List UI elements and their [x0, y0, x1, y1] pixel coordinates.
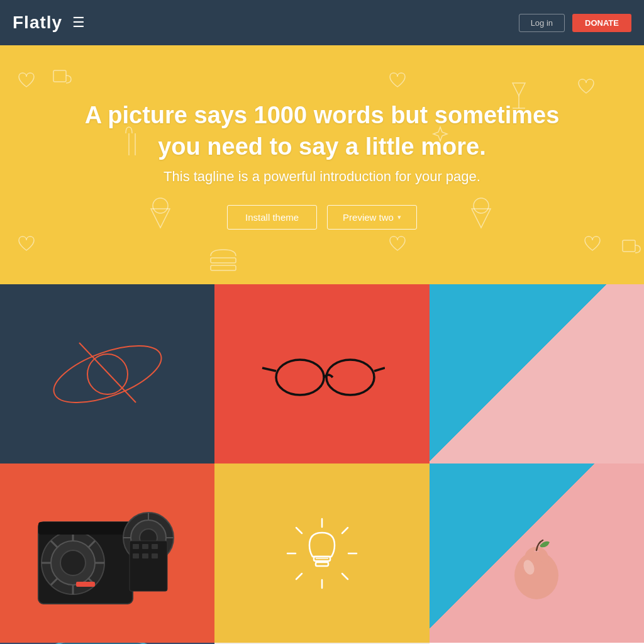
svg-rect-42	[133, 553, 139, 558]
svg-line-52	[296, 574, 302, 579]
svg-point-4	[153, 198, 168, 213]
svg-rect-1	[623, 240, 635, 252]
grid-cell-apple	[430, 464, 644, 643]
svg-point-14	[326, 360, 374, 395]
grid-cell-bluepink	[430, 284, 644, 464]
lightbulb-icon	[284, 516, 360, 591]
svg-point-13	[276, 360, 324, 395]
svg-rect-29	[38, 522, 133, 535]
svg-rect-6	[211, 258, 236, 263]
hero-decoration	[0, 45, 644, 284]
svg-rect-41	[152, 544, 158, 549]
svg-point-20	[60, 550, 86, 575]
film-reel-icon	[26, 484, 189, 623]
content-grid	[0, 284, 644, 644]
preview-two-button[interactable]: Preview two ▾	[327, 205, 417, 230]
svg-rect-39	[133, 544, 139, 549]
hero-section: A picture says 1000 words but sometimes …	[0, 45, 644, 284]
svg-rect-43	[142, 553, 148, 558]
glasses-icon	[259, 336, 385, 412]
hero-tagline: This tagline is a powerful introduction …	[164, 169, 480, 185]
svg-rect-7	[211, 265, 236, 270]
planet-icon	[45, 311, 170, 437]
grid-cell-filmreel	[0, 464, 214, 643]
brand-title: Flatly	[13, 13, 62, 33]
hero-headline: A picture says 1000 words but sometimes …	[70, 100, 574, 162]
svg-line-15	[262, 368, 276, 371]
donate-button[interactable]: DONATE	[572, 14, 631, 32]
hero-buttons: Install theme Preview two ▾	[227, 205, 417, 230]
svg-line-51	[342, 528, 348, 533]
login-button[interactable]: Log in	[519, 14, 565, 32]
svg-rect-30	[76, 582, 95, 587]
grid-cell-lightbulb	[214, 464, 429, 643]
navbar: Flatly ☰ Log in DONATE	[0, 0, 644, 45]
navbar-right: Log in DONATE	[519, 14, 631, 32]
svg-line-16	[374, 368, 385, 371]
install-theme-button[interactable]: Install theme	[227, 205, 317, 230]
preview-two-label: Preview two	[343, 212, 394, 223]
apple-svg	[505, 528, 568, 604]
grid-cell-planet	[0, 284, 214, 464]
svg-rect-40	[142, 544, 148, 549]
svg-line-50	[342, 574, 348, 579]
svg-point-10	[47, 334, 168, 414]
grid-cell-glasses	[214, 284, 429, 464]
svg-rect-0	[53, 70, 66, 82]
chevron-down-icon: ▾	[397, 213, 401, 221]
svg-line-49	[296, 528, 302, 533]
svg-rect-54	[316, 562, 328, 566]
menu-toggle-icon[interactable]: ☰	[72, 14, 85, 31]
svg-point-56	[514, 552, 558, 599]
svg-point-5	[474, 198, 489, 213]
svg-rect-44	[152, 553, 158, 558]
